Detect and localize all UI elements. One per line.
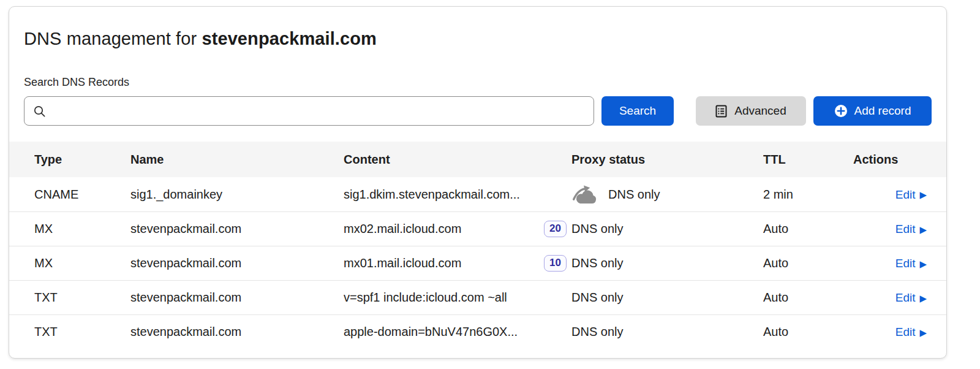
record-name: stevenpackmail.com (130, 291, 344, 305)
record-type: TXT (34, 291, 130, 305)
edit-label: Edit (895, 223, 916, 236)
record-ttl: 2 min (763, 188, 853, 202)
table-row: MX stevenpackmail.com mx02.mail.icloud.c… (9, 211, 946, 246)
search-input[interactable] (52, 97, 585, 125)
edit-label: Edit (895, 188, 916, 202)
page-title-domain: stevenpackmail.com (202, 29, 377, 48)
column-header-content: Content (344, 153, 571, 167)
column-header-type: Type (34, 153, 130, 167)
edit-record-link[interactable]: Edit▶ (895, 188, 927, 202)
record-ttl: Auto (763, 291, 853, 305)
table-row: CNAME sig1._domainkey sig1.dkim.stevenpa… (9, 177, 946, 211)
record-type: MX (34, 256, 130, 270)
table-row: TXT stevenpackmail.com v=spf1 include:ic… (9, 280, 946, 314)
edit-arrow-icon: ▶ (919, 328, 927, 337)
search-toolbar: Search Advanced Add record (24, 96, 932, 126)
proxy-status: DNS only (571, 222, 623, 236)
record-content: apple-domain=bNuV47n6G0X... (344, 325, 518, 339)
table-row: MX stevenpackmail.com mx01.mail.icloud.c… (9, 246, 946, 280)
proxy-status: DNS only (571, 256, 623, 270)
edit-arrow-icon: ▶ (919, 225, 927, 234)
record-ttl: Auto (763, 222, 853, 236)
edit-arrow-icon: ▶ (919, 259, 927, 268)
column-header-name: Name (130, 153, 344, 167)
edit-record-link[interactable]: Edit▶ (895, 257, 927, 270)
dns-records-table: Type Name Content Proxy status TTL Actio… (9, 142, 946, 349)
advanced-button[interactable]: Advanced (696, 96, 806, 126)
record-content: mx01.mail.icloud.com (344, 256, 461, 270)
search-dns-records-label: Search DNS Records (24, 76, 932, 89)
record-ttl: Auto (763, 256, 853, 270)
edit-label: Edit (895, 257, 916, 270)
edit-record-link[interactable]: Edit▶ (895, 291, 927, 305)
gray-cloud-arrow-icon (571, 185, 600, 204)
record-ttl: Auto (763, 325, 853, 339)
table-header-row: Type Name Content Proxy status TTL Actio… (9, 142, 946, 177)
record-content: v=spf1 include:icloud.com ~all (344, 291, 507, 305)
proxy-status: DNS only (571, 325, 623, 339)
add-record-button-label: Add record (854, 104, 911, 118)
edit-label: Edit (895, 291, 916, 305)
record-content: sig1.dkim.stevenpackmail.com... (344, 188, 520, 202)
proxy-status: DNS only (608, 188, 660, 202)
record-name: sig1._domainkey (130, 188, 344, 202)
search-box[interactable] (24, 96, 594, 126)
plus-circle-icon (834, 104, 848, 118)
page-title: DNS management for stevenpackmail.com (24, 29, 932, 49)
add-record-button[interactable]: Add record (813, 96, 932, 126)
dns-management-card: DNS management for stevenpackmail.com Se… (9, 6, 947, 359)
record-type: MX (34, 222, 130, 236)
record-type: CNAME (34, 188, 130, 202)
edit-record-link[interactable]: Edit▶ (895, 325, 927, 339)
column-header-ttl: TTL (763, 153, 853, 167)
list-document-icon (715, 105, 727, 118)
page-title-prefix: DNS management for (24, 29, 202, 48)
search-icon (33, 105, 46, 118)
record-name: stevenpackmail.com (130, 325, 344, 339)
edit-arrow-icon: ▶ (919, 190, 927, 199)
table-row: TXT stevenpackmail.com apple-domain=bNuV… (9, 314, 946, 349)
edit-arrow-icon: ▶ (919, 294, 927, 303)
priority-badge: 20 (544, 221, 567, 237)
proxy-status: DNS only (571, 291, 623, 305)
record-type: TXT (34, 325, 130, 339)
record-name: stevenpackmail.com (130, 256, 344, 270)
edit-record-link[interactable]: Edit▶ (895, 223, 927, 236)
priority-badge: 10 (544, 255, 567, 271)
column-header-proxy-status: Proxy status (571, 153, 763, 167)
record-content: mx02.mail.icloud.com (344, 222, 461, 236)
search-button[interactable]: Search (601, 96, 674, 126)
edit-label: Edit (895, 325, 916, 339)
column-header-actions: Actions (853, 153, 937, 167)
record-name: stevenpackmail.com (130, 222, 344, 236)
advanced-button-label: Advanced (734, 104, 786, 118)
